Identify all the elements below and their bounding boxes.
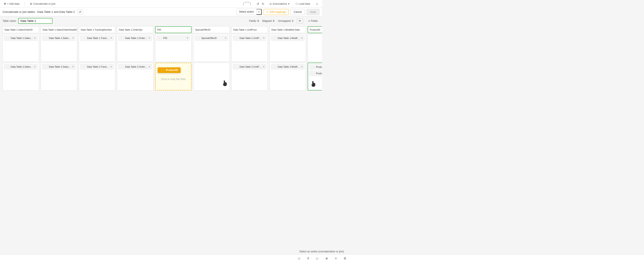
map-slot-row2[interactable]: ⋮⋮Data Table 2.UnitPrice✕ [232, 63, 268, 91]
drag-icon: ⋮⋮ [6, 66, 10, 68]
cursor-hand-icon [222, 80, 227, 88]
chip-close-icon[interactable]: ✕ [263, 65, 265, 68]
drag-icon: ⋮⋮ [272, 66, 277, 68]
column-header: Data Table 1.SalesOrderDetailID [41, 26, 77, 33]
map-slot-row1[interactable]: ⋮⋮SpecialOfferID✕ [193, 34, 230, 62]
column-header: SpecialOfferID [193, 26, 230, 33]
swap-button[interactable]: ⇄ [77, 9, 83, 14]
mapping-column: ProductID⋮⋮ProductID✕⋮⋮ProductID✕ [308, 26, 322, 91]
field-chip: ⋮⋮Data Table 1.OrderQty✕ [118, 35, 152, 41]
mapping-column: Data Table 1.Modified Date⋮⋮Data Table 1… [270, 26, 306, 91]
drag-icon: ⋮⋮ [82, 37, 86, 39]
mapping-column: Data Table 1.SalesOrderDetailID⋮⋮Data Ta… [41, 26, 77, 91]
drag-icon: ⋮⋮ [311, 66, 315, 68]
drag-icon: ⋮⋮ [158, 37, 162, 39]
cursor-hand-icon [311, 81, 315, 88]
home-button[interactable]: ⌂ [314, 1, 320, 7]
field-chip: ⋮⋮Data Table 1.UnitPrice✕ [233, 35, 266, 41]
second-toolbar-right: Select action ▾ ✏ Edit mappings Cancel A… [236, 9, 320, 15]
fields-icon: ≡ [308, 19, 310, 22]
load-data-button[interactable]: ⬡ Load data [294, 1, 312, 6]
select-action-container: Select action ▾ [236, 9, 262, 15]
column-header: Data Table 1.OrderQty [117, 26, 154, 33]
field-chip: ⋮⋮PID✕ [156, 35, 190, 41]
load-data-icon: ⬡ [296, 2, 298, 5]
chip-close-icon[interactable]: ✕ [34, 65, 36, 68]
mapping-column: PID⋮⋮PID✕⋮⋮ProductIDDrop to map this fie… [155, 26, 192, 91]
map-slot-row2[interactable]: ⋮⋮Data Table 2.OrderQty✕ [117, 63, 154, 91]
map-slot-row1[interactable] [308, 34, 322, 62]
map-slot-row1[interactable]: ⋮⋮Data Table 1.SalesOrderID✕ [2, 34, 39, 62]
drag-icon: ⋮⋮ [120, 37, 124, 39]
edit-mappings-button[interactable]: ✏ Edit mappings [264, 9, 289, 15]
select-action-label: Select action [236, 9, 256, 15]
mapping-column: Data Table 1.OrderQty⋮⋮Data Table 1.Orde… [117, 26, 154, 91]
chip-close-icon[interactable]: ✕ [110, 37, 112, 40]
chip-close-icon[interactable]: ✕ [72, 37, 74, 40]
mapping-column: SpecialOfferID⋮⋮SpecialOfferID✕ [193, 26, 230, 91]
top-toolbar: ✚ + Add data ⊞ Concatenate or join ↺ ↻ ◎… [0, 0, 322, 8]
redo-button[interactable]: ↻ [261, 1, 265, 6]
chip-close-icon[interactable]: ✕ [110, 65, 112, 68]
map-slot-row2[interactable]: ⋮⋮Data Table 2.Modifie...✕ [270, 63, 306, 91]
unmapped-count: Unmapped: 3 [278, 19, 293, 22]
drag-icon: ⋮⋮ [196, 37, 200, 39]
chip-close-icon[interactable]: ✕ [72, 65, 74, 68]
fields-button[interactable]: ≡ Fields [306, 19, 320, 23]
column-header: PID [155, 26, 192, 33]
cancel-button[interactable]: Cancel [290, 9, 305, 15]
map-slot-row1[interactable]: ⋮⋮Data Table 1.SalesOrder...✕ [41, 34, 77, 62]
concatenate-join-button[interactable]: ⊞ Concatenate or join [28, 1, 57, 6]
map-slot-row1[interactable]: ⋮⋮Data Table 1.Modified Date✕ [270, 34, 306, 62]
chip-close-icon[interactable]: ✕ [34, 37, 36, 40]
map-slot-row1[interactable]: ⋮⋮PID✕ [155, 34, 192, 62]
map-slot-row2[interactable]: ⋮⋮Data Table 2.Trackin...✕ [79, 63, 115, 91]
chip-close-icon[interactable]: ✕ [148, 37, 150, 40]
drag-icon: ⋮⋮ [234, 66, 239, 68]
drag-icon: ⋮⋮ [120, 66, 124, 68]
chip-close-icon[interactable]: ✕ [301, 37, 303, 40]
drag-icon: ⋮⋮ [234, 37, 239, 39]
field-chip: ⋮⋮Data Table 2.OrderQty✕ [118, 64, 152, 69]
home-icon: ⌂ [316, 2, 318, 5]
mapping-column: Data Table 1.TrackingNumber⋮⋮Data Table … [79, 26, 115, 91]
drag-icon: ⋮⋮ [44, 37, 48, 39]
undo-button[interactable]: ↺ [256, 1, 260, 6]
chip-close-icon[interactable]: ✕ [301, 65, 303, 68]
view-toggle-button[interactable]: 👁 [297, 18, 303, 23]
map-slot-row2[interactable] [193, 63, 230, 91]
add-data-button[interactable]: ✚ + Add data [2, 1, 21, 6]
map-slot-row2[interactable]: ⋮⋮ProductID✕⋮⋮ProductID✕ [308, 63, 322, 91]
drag-icon: ⋮⋮ [6, 37, 10, 39]
map-slot-row1[interactable]: ⋮⋮Data Table 1.OrderQty✕ [117, 34, 154, 62]
map-slot-row2[interactable]: ⋮⋮Data Table 2.SalesOr...✕ [2, 63, 39, 91]
field-chip: ⋮⋮ProductID✕ [309, 64, 322, 70]
associations-button[interactable]: ◎ Associations ▾ [268, 1, 291, 6]
mapping-columns: Data Table 1.SalesOrderID⋮⋮Data Table 1.… [2, 26, 322, 91]
field-chip: ⋮⋮Data Table 2.SalesOr...✕ [4, 64, 38, 69]
map-slot-row1[interactable]: ⋮⋮Data Table 1.UnitPrice✕ [232, 34, 268, 62]
mapping-area: Data Table 1.SalesOrderID⋮⋮Data Table 1.… [0, 25, 322, 122]
chip-close-icon[interactable]: ✕ [263, 37, 265, 40]
loading-indicator [242, 2, 252, 6]
chip-close-icon[interactable]: ✕ [186, 37, 188, 40]
map-slot-row1[interactable]: ⋮⋮Data Table 1.TrackingNu...✕ [79, 34, 115, 62]
select-action-dropdown[interactable]: ▾ [256, 9, 262, 15]
undo-redo-group: ↺ ↻ [256, 1, 265, 6]
field-chip: ⋮⋮SpecialOfferID✕ [195, 35, 228, 41]
field-chip: ⋮⋮Data Table 1.TrackingNu...✕ [80, 35, 114, 41]
concat-icon: ⊞ [30, 2, 32, 5]
apply-button[interactable]: Apply [306, 9, 320, 15]
column-header: Data Table 1.TrackingNumber [79, 26, 115, 33]
add-icon: ✚ [4, 2, 6, 5]
chip-close-icon[interactable]: ✕ [148, 65, 150, 68]
table-name-input[interactable] [18, 18, 52, 24]
map-slot-row2[interactable]: ⋮⋮Data Table 2.SalesOr...✕ [41, 63, 77, 91]
toolbar-right: ↺ ↻ ◎ Associations ▾ ⬡ Load data ⌂ [256, 1, 320, 7]
map-slot-row2[interactable]: ⋮⋮ProductIDDrop to map this field [155, 63, 192, 91]
chip-close-icon[interactable]: ✕ [224, 37, 227, 40]
field-chip: ⋮⋮ProductID✕ [309, 71, 322, 76]
field-chip: ⋮⋮Data Table 1.SalesOrderID✕ [4, 35, 38, 41]
drag-icon: ⋮⋮ [311, 72, 315, 75]
mapped-count: Mapped: 6 [262, 19, 274, 22]
